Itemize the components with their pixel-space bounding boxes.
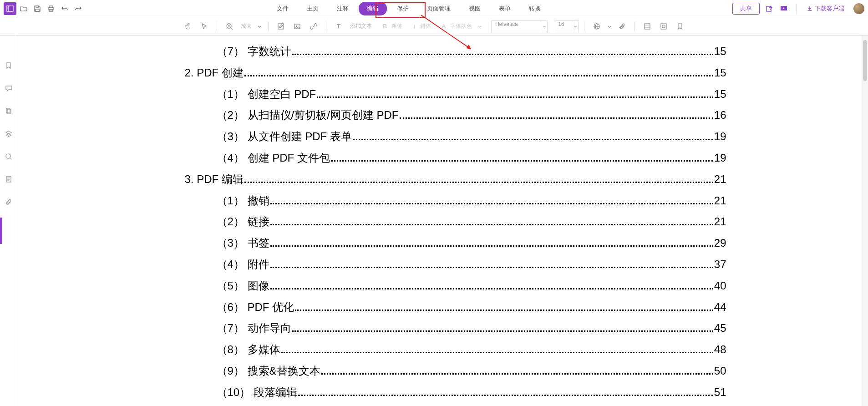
image-tool[interactable] — [290, 20, 304, 33]
toc-leader-dots — [321, 373, 713, 375]
present-icon[interactable] — [779, 4, 789, 14]
toc-leader-dots — [270, 203, 713, 204]
svg-rect-27 — [662, 25, 665, 28]
toc-page-number: 40 — [714, 275, 726, 297]
svg-rect-0 — [7, 6, 13, 11]
search-panel-icon[interactable] — [4, 152, 14, 162]
vertical-scrollbar[interactable] — [862, 36, 868, 406]
fields-panel-icon[interactable] — [4, 174, 14, 184]
separator — [635, 21, 635, 31]
svg-rect-7 — [49, 6, 53, 8]
sidebar-indicator — [0, 218, 2, 244]
toc-page-number: 44 — [714, 297, 726, 318]
toc-page-number: 15 — [714, 62, 726, 84]
menu-view[interactable]: 视图 — [461, 2, 489, 15]
hand-tool[interactable] — [181, 20, 195, 33]
menu-edit[interactable]: 编辑 — [359, 2, 387, 15]
toc-line[interactable]: （3） 书签29 — [153, 233, 726, 254]
font-select[interactable]: Helvetica — [491, 20, 541, 32]
toc-line[interactable]: （3） 从文件创建 PDF 表单19 — [153, 126, 726, 147]
toc-title: （2） 从扫描仪/剪切板/网页创建 PDF — [217, 105, 399, 126]
toc-line[interactable]: 3. PDF 编辑21 — [153, 169, 726, 190]
toc-line[interactable]: （2） 从扫描仪/剪切板/网页创建 PDF 16 — [153, 105, 726, 126]
font-color-dropdown[interactable] — [477, 20, 483, 33]
italic-icon[interactable]: I — [413, 23, 415, 30]
toc-line[interactable]: （6） PDF 优化44 — [153, 297, 726, 318]
font-color-icon[interactable]: A — [442, 23, 446, 30]
toc-title: （7） 字数统计 — [217, 41, 291, 62]
zoom-tool[interactable] — [223, 20, 236, 33]
menu-pages[interactable]: 页面管理 — [419, 2, 459, 15]
open-button[interactable] — [17, 2, 30, 15]
toc-title: 2. PDF 创建 — [185, 62, 244, 84]
toc-line[interactable]: （4） 创建 PDF 文件包19 — [153, 147, 726, 169]
add-text-tool[interactable] — [332, 20, 345, 33]
attachment-panel-icon[interactable] — [4, 197, 14, 207]
toc-line[interactable]: （1） 创建空白 PDF15 — [153, 84, 726, 105]
toc-line[interactable]: （2） 链接21 — [153, 211, 726, 233]
web-dropdown[interactable] — [606, 20, 613, 33]
svg-rect-6 — [36, 9, 39, 11]
toc-leader-dots — [270, 267, 713, 268]
bookmark-tool[interactable] — [673, 20, 687, 33]
svg-line-33 — [10, 158, 11, 159]
toc-line[interactable]: （1） 撤销21 — [153, 190, 726, 212]
redo-button[interactable] — [72, 2, 85, 15]
share-button[interactable]: 共享 — [732, 3, 760, 15]
header-footer-tool[interactable] — [640, 20, 654, 33]
toc-line[interactable]: 2. PDF 创建15 — [153, 62, 726, 84]
toc-leader-dots — [353, 139, 713, 140]
chevron-down-icon[interactable] — [572, 20, 579, 32]
toc-line[interactable]: （10） 段落编辑51 — [153, 382, 726, 403]
menu-home[interactable]: 主页 — [299, 2, 327, 15]
zoom-dropdown[interactable] — [256, 20, 263, 33]
edit-toolbar: 放大 添加文本 B 粗体 I 斜体 A 字体颜色 Helvetica 16 — [0, 17, 868, 36]
font-size-select[interactable]: 16 — [555, 20, 572, 32]
svg-rect-5 — [36, 6, 38, 8]
download-label: 下载客户端 — [815, 5, 844, 13]
print-button[interactable] — [45, 2, 57, 15]
toc-line[interactable]: （4） 附件37 — [153, 254, 726, 275]
toc-page-number: 29 — [714, 233, 726, 254]
toc-line[interactable]: （7） 动作导向45 — [153, 318, 726, 339]
panel-toggle-button[interactable] — [4, 2, 16, 15]
menu-protect[interactable]: 保护 — [389, 2, 417, 15]
main-menu: 文件 主页 注释 编辑 保护 页面管理 视图 表单 转换 — [85, 2, 732, 15]
link-tool[interactable] — [307, 20, 320, 33]
document-viewport[interactable]: （7） 字数统计152. PDF 创建15（1） 创建空白 PDF15（2） 从… — [17, 36, 862, 406]
menu-convert[interactable]: 转换 — [521, 2, 549, 15]
undo-button[interactable] — [58, 2, 71, 15]
layers-panel-icon[interactable] — [4, 129, 14, 139]
scrollbar-thumb[interactable] — [863, 40, 867, 81]
font-select-wrap[interactable]: Helvetica — [491, 20, 548, 32]
toc-line[interactable]: （5） 图像40 — [153, 275, 726, 297]
toc-line[interactable]: （7） 字数统计15 — [153, 41, 726, 62]
comment-panel-icon[interactable] — [4, 83, 14, 93]
attachment-tool[interactable] — [615, 20, 629, 33]
bold-icon[interactable]: B — [383, 23, 387, 30]
toc-page-number: 21 — [714, 169, 726, 190]
toc-line[interactable]: （9） 搜索&替换文本50 — [153, 360, 726, 382]
toc-line[interactable]: （8） 多媒体48 — [153, 339, 726, 360]
save-button[interactable] — [31, 2, 44, 15]
bookmark-panel-icon[interactable] — [4, 61, 14, 71]
add-text-label: 添加文本 — [350, 22, 372, 30]
export-icon[interactable] — [764, 4, 774, 14]
toc-leader-dots — [292, 330, 713, 332]
web-tool[interactable] — [590, 20, 604, 33]
toc-title: （2） 链接 — [217, 211, 269, 233]
download-client-button[interactable]: 下载客户端 — [804, 5, 847, 13]
svg-rect-23 — [645, 24, 650, 29]
menu-form[interactable]: 表单 — [491, 2, 519, 15]
select-tool[interactable] — [198, 20, 211, 33]
chevron-down-icon[interactable] — [541, 20, 548, 32]
edit-text-tool[interactable] — [274, 20, 288, 33]
menu-file[interactable]: 文件 — [269, 2, 297, 15]
thumbnail-panel-icon[interactable] — [4, 106, 14, 116]
user-avatar[interactable] — [853, 3, 864, 14]
toc-title: （4） 附件 — [217, 254, 269, 275]
menu-annotate[interactable]: 注释 — [329, 2, 357, 15]
toc-page-number: 21 — [714, 190, 726, 212]
size-select-wrap[interactable]: 16 — [555, 20, 579, 32]
background-tool[interactable] — [657, 20, 670, 33]
